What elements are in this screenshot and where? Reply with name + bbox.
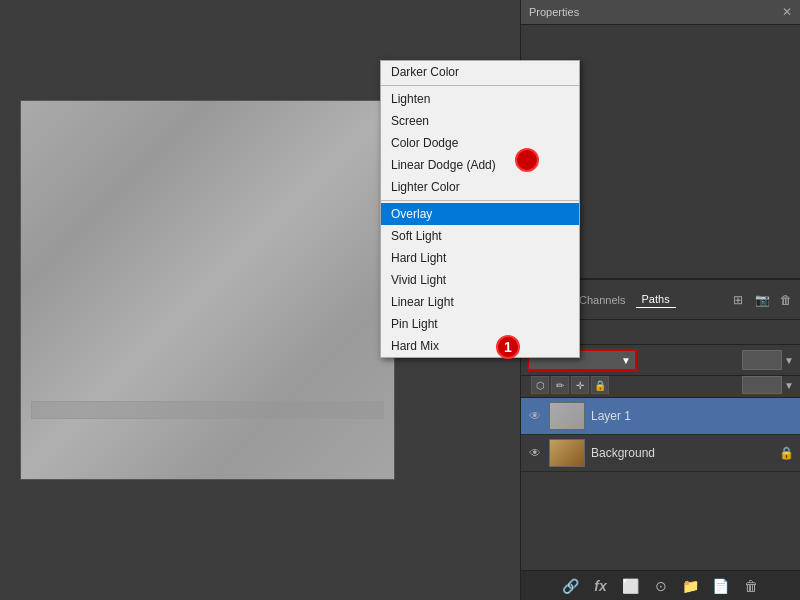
layers-list: 👁 Layer 1 👁 Background 🔒 [521,398,800,472]
layer-visibility-icon-bg[interactable]: 👁 [527,445,543,461]
opacity-input[interactable] [742,350,782,370]
dropdown-item-lighten[interactable]: Lighten [381,88,579,110]
dropdown-item-hard-mix[interactable]: Hard Mix [381,335,579,357]
fx-btn[interactable]: fx [590,575,612,597]
canvas-banner [31,401,384,419]
layers-bottom-toolbar: 🔗 fx ⬜ ⊙ 📁 📄 🗑 [521,570,800,600]
dropdown-item-pin-light[interactable]: Pin Light [381,313,579,335]
chevron-down-icon: ▼ [621,355,631,366]
badge-1: 1 [496,335,520,359]
dropdown-item-hard-light[interactable]: Hard Light [381,247,579,269]
fill-group: ▼ [740,376,794,394]
lock-icons: ⬡ ✏ ✛ 🔒 [531,376,609,394]
paths-icon-camera[interactable]: 📷 [752,290,772,310]
paths-icon-trash[interactable]: 🗑 [776,290,796,310]
dropdown-separator-2 [381,200,579,201]
dropdown-item-soft-light[interactable]: Soft Light [381,225,579,247]
badge-2 [515,148,539,172]
lock-image-btn[interactable]: ✏ [551,376,569,394]
dropdown-item-darker-color[interactable]: Darker Color [381,61,579,83]
layer-item-layer1[interactable]: 👁 Layer 1 [521,398,800,435]
delete-layer-btn[interactable]: 🗑 [740,575,762,597]
link-layers-btn[interactable]: 🔗 [560,575,582,597]
layer-item-background[interactable]: 👁 Background 🔒 [521,435,800,472]
layer-visibility-icon-layer1[interactable]: 👁 [527,408,543,424]
blend-dropdown-list[interactable]: Darker Color Lighten Screen Color Dodge … [380,60,580,358]
dropdown-item-screen[interactable]: Screen [381,110,579,132]
layer-name-layer1: Layer 1 [591,409,794,423]
dropdown-item-linear-light[interactable]: Linear Light [381,291,579,313]
lock-fill-row: ⬡ ✏ ✛ 🔒 ▼ [521,373,800,398]
adjustment-btn[interactable]: ⊙ [650,575,672,597]
layer-name-bg: Background [591,446,773,460]
lock-transparent-btn[interactable]: ⬡ [531,376,549,394]
paths-right-icons: ⊞ 📷 🗑 [728,290,796,310]
paths-tab-channels[interactable]: Channels [573,292,631,308]
background-lock-icon: 🔒 [779,446,794,460]
dropdown-item-color-dodge[interactable]: Color Dodge [381,132,579,154]
canvas-image [20,100,395,480]
lock-position-btn[interactable]: ✛ [571,376,589,394]
new-layer-btn[interactable]: 📄 [710,575,732,597]
dropdown-item-overlay[interactable]: Overlay [381,203,579,225]
dropdown-separator-1 [381,85,579,86]
layer-thumbnail-layer1 [549,402,585,430]
paths-icon-grid[interactable]: ⊞ [728,290,748,310]
dropdown-item-vivid-light[interactable]: Vivid Light [381,269,579,291]
close-icon[interactable]: ✕ [782,5,792,19]
properties-content [521,25,800,41]
fill-arrow-icon[interactable]: ▼ [784,380,794,391]
lock-all-btn[interactable]: 🔒 [591,376,609,394]
paths-tab-paths[interactable]: Paths [636,291,676,308]
top-right-title: Properties [529,6,579,18]
add-mask-btn[interactable]: ⬜ [620,575,642,597]
dropdown-item-lighter-color[interactable]: Lighter Color [381,176,579,198]
opacity-arrow-icon[interactable]: ▼ [784,355,794,366]
canvas-image-inner [21,101,394,479]
new-group-btn[interactable]: 📁 [680,575,702,597]
opacity-group: ▼ [740,350,794,370]
top-right-header: Properties ✕ [521,0,800,25]
layer-thumbnail-bg [549,439,585,467]
dropdown-item-linear-dodge[interactable]: Linear Dodge (Add) [381,154,579,176]
fill-input[interactable] [742,376,782,394]
